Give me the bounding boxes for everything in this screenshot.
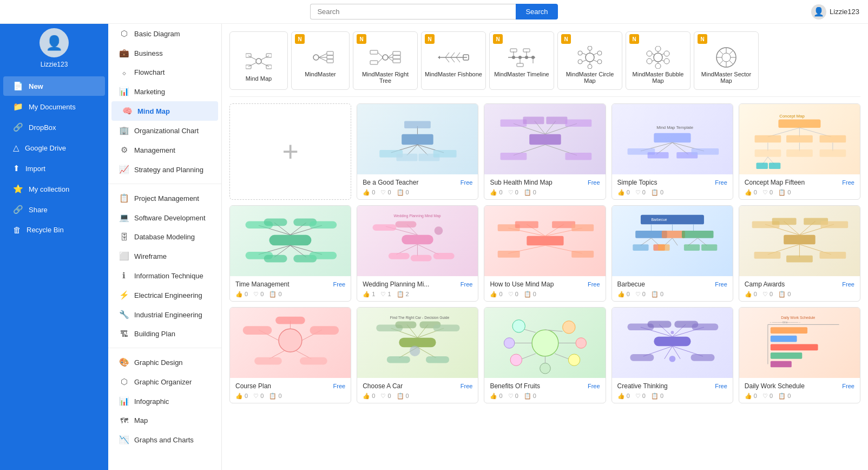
template-card-concept-map[interactable]: Concept Map xyxy=(739,103,860,200)
template-card-add-new[interactable]: + xyxy=(229,103,351,200)
template-title-creative: Creative Thinking xyxy=(617,382,668,390)
template-card-wedding[interactable]: Wedding Planning Mind Map xyxy=(357,205,478,302)
stat-hearts-simple-topics: ♡ 0 xyxy=(635,189,646,196)
svg-rect-17 xyxy=(370,61,378,64)
stat-likes-daily-work: 👍 0 xyxy=(745,393,757,400)
type-card-circle-label: MindMaster Circle Map xyxy=(561,71,619,84)
search-input[interactable] xyxy=(310,4,516,19)
menu-project-label: Project Management xyxy=(134,194,199,203)
template-card-howto[interactable]: How to Use Mind Map Free 👍 0 ♡ 0 📋 0 xyxy=(484,205,606,302)
menu-item-strategy[interactable]: 📈 Strategy and Planning xyxy=(108,160,221,179)
template-card-be-teacher[interactable]: Be a Good Teacher Free 👍 0 ♡ 0 📋 0 xyxy=(357,103,478,200)
sidebar-collection[interactable]: ⭐ My collection xyxy=(3,179,105,199)
basic-diagram-icon: ⬡ xyxy=(119,29,129,38)
stat-copies-choose-car: 📋 0 xyxy=(397,393,409,400)
menu-item-graphs[interactable]: 📉 Graphs and Charts xyxy=(108,430,221,449)
menu-graphs-label: Graphs and Charts xyxy=(134,436,194,444)
menu-item-business[interactable]: 💼 Business xyxy=(108,43,221,63)
menu-item-flowchart[interactable]: ⬦ Flowchart xyxy=(108,63,221,82)
circle-map-icon xyxy=(576,46,604,69)
type-card-mindmaster-timeline[interactable]: N MindMaster Timeline xyxy=(489,31,554,90)
template-card-camp[interactable]: Camp Awards Free 👍 0 ♡ 0 📋 0 xyxy=(739,205,860,302)
mindmaster-icon-wrap xyxy=(295,46,346,69)
svg-rect-197 xyxy=(701,244,717,251)
sidebar-share[interactable]: 🔗 Share xyxy=(3,200,105,219)
menu-item-graphic-design[interactable]: 🎨 Graphic Design xyxy=(108,352,221,372)
svg-rect-104 xyxy=(546,116,567,124)
svg-line-34 xyxy=(456,57,460,62)
search-container: Search xyxy=(310,4,557,19)
type-card-mindmaster-fishbone[interactable]: N MindMaster Fishbone xyxy=(421,31,486,90)
type-card-mind-map[interactable]: Mind Map xyxy=(229,31,288,90)
menu-divider-1 xyxy=(108,184,221,184)
flowchart-icon: ⬦ xyxy=(119,68,129,77)
stat-likes-simple-topics: 👍 0 xyxy=(617,189,630,196)
svg-point-264 xyxy=(669,355,675,362)
svg-text:Daily Work Schedule: Daily Work Schedule xyxy=(781,315,815,319)
menu-item-project[interactable]: 📋 Project Management xyxy=(108,188,221,208)
type-card-mindmaster[interactable]: N MindMaster xyxy=(291,31,350,90)
menu-item-mind-map[interactable]: 🧠 Mind Map xyxy=(111,101,218,121)
svg-line-57 xyxy=(594,60,597,62)
sidebar-new[interactable]: 📄 New xyxy=(3,76,105,96)
sidebar-dropbox-label: DropBox xyxy=(29,123,56,132)
menu-item-org-chart[interactable]: 🏢 Organizational Chart xyxy=(108,121,221,140)
menu-item-graphic-org[interactable]: ⬡ Graphic Organizer xyxy=(108,372,221,391)
svg-rect-198 xyxy=(784,234,816,244)
type-card-mindmaster-bubble[interactable]: N MindMaster Bubble xyxy=(626,31,691,90)
svg-point-9 xyxy=(313,55,319,60)
menu-item-map[interactable]: 🗺 Map xyxy=(108,411,221,430)
template-card-choose-car[interactable]: Find The Right Car - Decision Guide xyxy=(357,307,478,403)
menu-item-database[interactable]: 🗄 Database Modeling xyxy=(108,227,221,246)
menu-item-software[interactable]: 💻 Software Development xyxy=(108,208,221,227)
template-card-barbecue[interactable]: Barbecue xyxy=(611,205,733,302)
svg-point-65 xyxy=(655,63,661,69)
template-card-time-mgmt[interactable]: Time Management Free 👍 0 ♡ 0 📋 0 xyxy=(229,205,351,302)
template-card-simple-topics[interactable]: Mind Map Template Simple Topics Free xyxy=(611,103,733,200)
template-card-creative[interactable]: Creative Thinking Free 👍 0 ♡ 0 📋 0 xyxy=(611,307,733,403)
template-card-daily-work[interactable]: Daily Work Schedule ←————time————→ Daily… xyxy=(739,307,860,403)
menu-item-building[interactable]: 🏗 Building Plan xyxy=(108,324,221,343)
menu-item-infographic[interactable]: 📊 Infographic xyxy=(108,391,221,411)
template-badge-sub-health: Free xyxy=(588,179,600,186)
sidebar-my-documents[interactable]: 📁 My Documents xyxy=(3,97,105,116)
menu-item-basic-diagram[interactable]: ⬡ Basic Diagram xyxy=(108,24,221,43)
svg-rect-102 xyxy=(500,119,527,127)
svg-rect-24 xyxy=(393,51,400,55)
svg-rect-103 xyxy=(523,116,544,124)
sidebar-dropbox[interactable]: 🔗 DropBox xyxy=(3,118,105,137)
sidebar-import[interactable]: ⬆ Import xyxy=(3,159,105,178)
svg-rect-119 xyxy=(778,119,820,128)
menu-item-marketing[interactable]: 📊 Marketing xyxy=(108,82,221,101)
svg-rect-220 xyxy=(275,316,305,324)
stat-likes-be-teacher: 👍 0 xyxy=(363,189,375,196)
menu-info-tech-label: Information Technique xyxy=(134,272,203,280)
menu-item-management[interactable]: ⚙ Management xyxy=(108,140,221,160)
template-info-choose-car: Choose A Car Free 👍 0 ♡ 0 📋 0 xyxy=(357,378,478,403)
template-info-camp: Camp Awards Free 👍 0 ♡ 0 📋 0 xyxy=(739,276,860,301)
search-button[interactable]: Search xyxy=(516,4,557,19)
type-card-mindmaster-circle[interactable]: N MindMaster Circle xyxy=(557,31,622,90)
sidebar-google-drive[interactable]: △ Google Drive xyxy=(3,138,105,158)
menu-item-industrial[interactable]: 🔧 Industrial Engineering xyxy=(108,305,221,324)
stat-hearts-howto: ♡ 0 xyxy=(508,291,518,298)
svg-rect-124 xyxy=(786,135,813,142)
thumb-choose-car: Find The Right Car - Decision Guide xyxy=(357,308,478,378)
template-title-howto: How to Use Mind Map xyxy=(490,280,554,288)
stat-likes-howto: 👍 0 xyxy=(490,291,502,298)
svg-line-30 xyxy=(451,53,455,57)
type-card-mindmaster-sector[interactable]: N MindMaster Sector Map xyxy=(694,31,759,90)
template-card-sub-health[interactable]: Sub Health Mind Map Free 👍 0 ♡ 0 📋 0 xyxy=(484,103,606,200)
menu-item-info-tech[interactable]: ℹ Information Technique xyxy=(108,266,221,285)
template-title-daily-work: Daily Work Schedule xyxy=(745,382,805,390)
thumb-daily-work: Daily Work Schedule ←————time————→ xyxy=(739,308,860,378)
type-card-mindmaster-right[interactable]: N MindMaster Right Tree xyxy=(353,31,418,90)
sector-map-icon xyxy=(712,46,740,69)
menu-item-wireframe[interactable]: ⬜ Wireframe xyxy=(108,246,221,266)
template-badge-time-mgmt: Free xyxy=(333,281,346,288)
svg-point-20 xyxy=(383,55,388,60)
template-card-course[interactable]: Course Plan Free 👍 0 ♡ 0 📋 0 xyxy=(229,307,351,403)
template-card-benefits[interactable]: Benefits Of Fruits Free 👍 0 ♡ 0 📋 0 xyxy=(484,307,606,403)
menu-item-electrical[interactable]: ⚡ Electrical Engineering xyxy=(108,285,221,305)
sidebar-recycle[interactable]: 🗑 Recycle Bin xyxy=(3,220,105,239)
